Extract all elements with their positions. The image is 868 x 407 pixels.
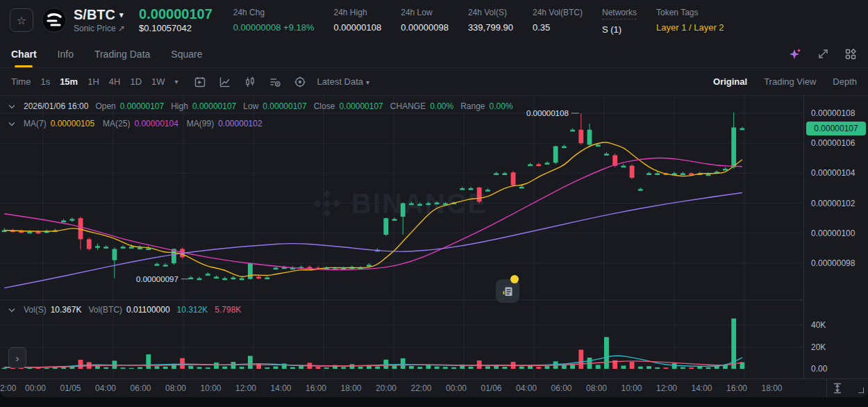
resize-corner-icon[interactable]: [858, 388, 864, 393]
volume-bar: [672, 363, 677, 369]
time-axis-label: 10:00: [621, 383, 642, 393]
candle-body: [553, 147, 558, 163]
candle-body: [274, 267, 278, 269]
volume-bar: [375, 367, 380, 369]
candlestick-chart[interactable]: 0.000001080.00000097: [0, 96, 803, 397]
time-axis-label: 20:00: [376, 383, 397, 393]
candle-body: [706, 174, 711, 176]
chart-region: BINANCE 0.000001080.00000097 2026/01/06 …: [0, 96, 868, 397]
candle-body: [578, 130, 583, 143]
stat-24h-vol-btc: 24h Vol(BTC)0.35: [533, 6, 583, 34]
legend-value: 0.00000105: [51, 119, 94, 128]
candlestick-icon[interactable]: [244, 76, 256, 88]
volume-bar: [240, 367, 244, 369]
stat-value[interactable]: Layer 1 / Layer 2: [656, 23, 724, 32]
volume-bar: [697, 367, 702, 369]
candle-body: [214, 276, 219, 279]
tab-info[interactable]: Info: [58, 40, 74, 67]
volume-bar: [180, 358, 185, 369]
interval-4h[interactable]: 4H: [109, 76, 121, 87]
latest-data-dropdown[interactable]: Latest Data▾: [317, 76, 370, 87]
price-axis-label: 0.00000106: [811, 138, 855, 148]
time-axis-label: 10:00: [200, 383, 221, 393]
volume-bar: [426, 365, 431, 369]
pair-subtitle-link[interactable]: Sonic Price ↗: [74, 24, 125, 33]
volume-bar: [206, 367, 210, 369]
candle-body: [129, 247, 134, 249]
time-axis-label: 00:00: [25, 383, 46, 393]
interval-15m[interactable]: 15m: [60, 76, 78, 87]
volume-bar: [477, 360, 482, 369]
stat-value: S (1): [602, 25, 637, 34]
tab-square[interactable]: Square: [171, 40, 202, 67]
volume-bar: [231, 362, 236, 369]
pair-selector[interactable]: S/BTC ▾: [74, 7, 125, 22]
more-intervals-chevron-icon[interactable]: ▾: [175, 78, 178, 85]
tab-trading-data[interactable]: Trading Data: [94, 40, 150, 67]
volume-bar: [443, 367, 448, 369]
legend-value: 0.00000107: [262, 101, 306, 111]
volume-bar: [137, 367, 142, 369]
fullscreen-expand-icon[interactable]: [817, 48, 829, 60]
time-axis-label: 22:00: [410, 383, 431, 393]
legend-label: High: [171, 101, 188, 111]
price-axis[interactable]: 0.000001080.000001060.000001040.00000102…: [803, 96, 868, 379]
interval-1s[interactable]: 1s: [40, 76, 50, 87]
legend-value: 0.00%: [430, 101, 453, 111]
interval-1d[interactable]: 1D: [130, 76, 142, 87]
candle-body: [265, 278, 269, 280]
panel-expander-button[interactable]: ›: [8, 347, 26, 368]
sonic-logo: [42, 8, 67, 33]
volume-bar: [197, 367, 202, 369]
view-original[interactable]: Original: [713, 76, 747, 87]
legend-value: 5.798K: [215, 305, 241, 315]
view-trading-view[interactable]: Trading View: [764, 76, 816, 87]
view-depth[interactable]: Depth: [833, 76, 857, 87]
candle-body: [485, 190, 490, 192]
interval-1w[interactable]: 1W: [151, 76, 165, 87]
candle-body: [604, 153, 609, 156]
volume-bar: [485, 366, 490, 369]
pair-title: S/BTC: [74, 7, 115, 22]
candle-body: [587, 130, 592, 145]
target-settings-icon[interactable]: [294, 76, 306, 88]
auto-scale-icon[interactable]: [832, 382, 843, 394]
legend-item-close: Close0.00000107: [314, 101, 383, 111]
collapse-chevron-icon[interactable]: [8, 122, 15, 126]
volume-bar: [358, 367, 363, 369]
interval-1h[interactable]: 1H: [87, 76, 99, 87]
tab-chart[interactable]: Chart: [11, 40, 37, 67]
legend-label: Vol(S): [24, 305, 47, 315]
volume-bar: [401, 358, 406, 369]
ai-sparkle-icon[interactable]: [789, 47, 802, 60]
time-axis[interactable]: 2:0000:0001/0504:0006:0008:0010:0012:001…: [0, 379, 868, 397]
collapse-chevron-icon[interactable]: [8, 104, 15, 109]
stat-label: 24h Vol(S): [468, 8, 507, 17]
volume-bar: [417, 367, 422, 369]
volume-bar: [274, 367, 278, 369]
layout-grid-icon[interactable]: [844, 48, 857, 60]
candle-body: [638, 189, 643, 191]
line-chart-icon[interactable]: [219, 76, 231, 88]
volume-bar: [222, 367, 227, 369]
candle-body: [248, 263, 253, 279]
candle-body: [469, 188, 474, 190]
ma99-line: [4, 192, 742, 288]
collapse-chevron-icon[interactable]: [8, 308, 15, 313]
volume-bar: [290, 367, 295, 369]
volume-bar: [214, 363, 219, 369]
volume-axis-label: 20K: [811, 342, 826, 352]
legend-label: Vol(BTC): [88, 305, 122, 315]
time-axis-label: 06:00: [130, 383, 151, 393]
indicator-settings-icon[interactable]: [269, 76, 281, 88]
candle-body: [69, 219, 74, 221]
candle-body: [502, 173, 507, 175]
candle-body: [155, 264, 160, 266]
pair-header: ☆ S/BTC ▾ Sonic Price ↗ 0.00000107 $0.10…: [0, 0, 868, 40]
volume-bar: [265, 367, 269, 369]
favorite-star-button[interactable]: ☆: [10, 8, 33, 32]
jump-to-date-icon[interactable]: [194, 76, 206, 88]
candle-body: [112, 249, 117, 260]
candle-body: [562, 147, 567, 149]
legend-label: CHANGE: [390, 101, 426, 111]
